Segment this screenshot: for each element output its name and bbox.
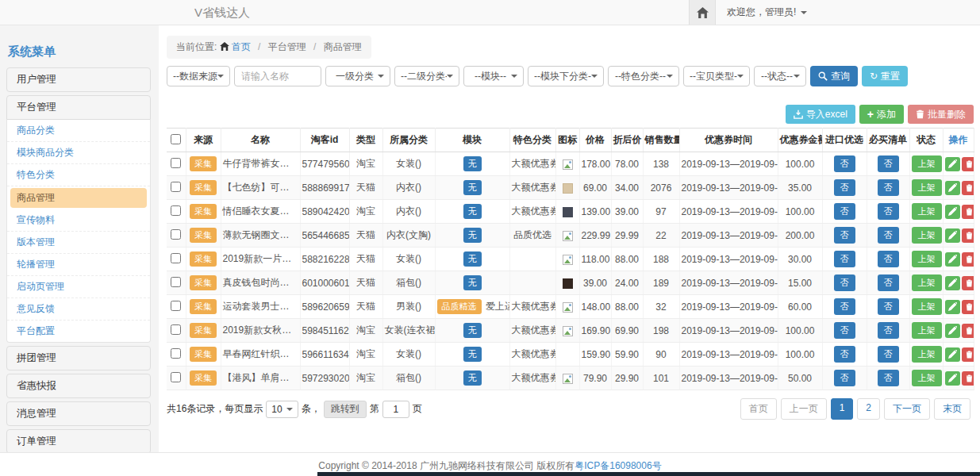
status-button[interactable]: 上架 (912, 298, 942, 315)
import-select-toggle[interactable]: 否 (834, 346, 855, 363)
edit-button[interactable] (945, 157, 960, 171)
edit-button[interactable] (945, 252, 960, 267)
sidebar-item-version-management[interactable]: 版本管理 (7, 232, 150, 254)
breadcrumb-home-link[interactable]: 首页 (232, 41, 251, 52)
must-buy-toggle[interactable]: 否 (878, 155, 899, 172)
edit-button[interactable] (945, 228, 960, 243)
delete-button[interactable] (962, 252, 974, 267)
must-buy-toggle[interactable]: 否 (878, 179, 899, 196)
edit-button[interactable] (945, 347, 960, 362)
sidebar-item-goods-category[interactable]: 商品分类 (7, 120, 150, 142)
row-checkbox[interactable] (171, 182, 181, 192)
feature-category-select[interactable]: --特色分类-- (608, 66, 679, 86)
sidebar-item-module-goods-category[interactable]: 模块商品分类 (7, 142, 150, 164)
must-buy-toggle[interactable]: 否 (878, 274, 899, 291)
sidebar-item-goods-management[interactable]: 商品管理 (10, 188, 147, 208)
edit-button[interactable] (945, 276, 960, 290)
sidebar-group-order[interactable]: 订单管理 (6, 429, 151, 454)
delete-button[interactable] (962, 300, 974, 314)
reset-button[interactable]: ↻ 重置 (862, 66, 908, 86)
page-size-select[interactable]: 10 (266, 401, 298, 418)
must-buy-toggle[interactable]: 否 (878, 203, 899, 220)
jump-page-input[interactable] (382, 401, 409, 418)
import-select-toggle[interactable]: 否 (834, 155, 855, 172)
module-badge[interactable]: 品质精选 (437, 299, 482, 314)
status-button[interactable]: 上架 (912, 322, 942, 339)
module-subcategory-select[interactable]: --模块下分类-- (528, 66, 604, 86)
module-badge[interactable]: 无 (463, 370, 482, 386)
delete-button[interactable] (962, 276, 974, 290)
row-checkbox[interactable] (171, 277, 181, 287)
row-checkbox[interactable] (171, 372, 181, 382)
search-button[interactable]: 查询 (810, 66, 858, 86)
status-button[interactable]: 上架 (912, 274, 942, 291)
name-input[interactable] (234, 66, 321, 86)
category2-select[interactable]: --二级分类-- (394, 66, 459, 86)
edit-button[interactable] (945, 371, 960, 386)
sidebar-group-group-buy[interactable]: 拼团管理 (6, 346, 151, 370)
user-menu[interactable]: 欢迎您，管理员! (716, 0, 818, 25)
status-button[interactable]: 上架 (912, 370, 942, 386)
status-button[interactable]: 上架 (912, 155, 942, 172)
module-badge[interactable]: 无 (463, 228, 482, 243)
batch-delete-button[interactable]: 批量删除 (908, 105, 974, 124)
module-badge[interactable]: 无 (463, 323, 482, 338)
status-select[interactable]: --状态-- (754, 66, 806, 86)
module-badge[interactable]: 无 (463, 275, 482, 290)
add-button[interactable]: + 添加 (859, 105, 904, 124)
edit-button[interactable] (945, 324, 960, 338)
sidebar-group-message[interactable]: 消息管理 (6, 401, 151, 426)
import-excel-button[interactable]: 导入excel (786, 105, 855, 124)
row-checkbox[interactable] (171, 301, 181, 311)
row-checkbox[interactable] (171, 348, 181, 359)
import-select-toggle[interactable]: 否 (834, 298, 855, 315)
jump-button[interactable]: 跳转到 (324, 401, 367, 418)
row-checkbox[interactable] (171, 205, 181, 216)
delete-button[interactable] (962, 205, 974, 219)
sidebar-item-feedback[interactable]: 意见反馈 (7, 298, 150, 321)
must-buy-toggle[interactable]: 否 (878, 346, 899, 363)
import-select-toggle[interactable]: 否 (834, 251, 855, 267)
import-select-toggle[interactable]: 否 (834, 370, 855, 386)
import-select-toggle[interactable]: 否 (834, 227, 855, 244)
pager-next[interactable]: 下一页 (884, 398, 930, 420)
must-buy-toggle[interactable]: 否 (878, 370, 899, 386)
pager-prev[interactable]: 上一页 (781, 398, 827, 420)
edit-button[interactable] (945, 300, 960, 314)
pager-page-2[interactable]: 2 (857, 398, 880, 420)
module-badge[interactable]: 无 (463, 204, 482, 219)
select-all-checkbox[interactable] (171, 134, 181, 144)
row-checkbox[interactable] (171, 253, 181, 263)
must-buy-toggle[interactable]: 否 (878, 251, 899, 267)
delete-button[interactable] (962, 324, 974, 338)
status-button[interactable]: 上架 (912, 179, 942, 196)
module-badge[interactable]: 无 (463, 251, 482, 267)
module-select[interactable]: --模块-- (463, 66, 524, 86)
row-checkbox[interactable] (171, 324, 181, 335)
must-buy-toggle[interactable]: 否 (878, 322, 899, 339)
sidebar-group-platform-management[interactable]: 平台管理 (6, 95, 151, 120)
import-select-toggle[interactable]: 否 (834, 203, 855, 220)
sidebar-item-splash-management[interactable]: 启动页管理 (7, 276, 150, 298)
status-button[interactable]: 上架 (912, 251, 942, 267)
sidebar-group-user-management[interactable]: 用户管理 (6, 67, 151, 92)
delete-button[interactable] (962, 347, 974, 362)
delete-button[interactable] (962, 157, 974, 171)
pager-page-1[interactable]: 1 (831, 398, 854, 420)
category1-select[interactable]: 一级分类 (325, 66, 390, 86)
pager-first[interactable]: 首页 (740, 398, 777, 420)
module-badge[interactable]: 无 (463, 180, 482, 195)
must-buy-toggle[interactable]: 否 (878, 227, 899, 244)
status-button[interactable]: 上架 (912, 346, 942, 363)
item-type-select[interactable]: --宝贝类型-- (683, 66, 750, 86)
sidebar-item-feature-category[interactable]: 特色分类 (7, 164, 150, 186)
icp-link[interactable]: 粤ICP备16098006号 (575, 460, 661, 471)
delete-button[interactable] (962, 181, 974, 195)
edit-button[interactable] (945, 181, 960, 195)
import-select-toggle[interactable]: 否 (834, 322, 855, 339)
pager-last[interactable]: 末页 (934, 398, 970, 420)
delete-button[interactable] (962, 228, 974, 243)
row-checkbox[interactable] (171, 229, 181, 240)
sidebar-group-express-news[interactable]: 省惠快报 (6, 374, 151, 398)
sidebar-item-platform-config[interactable]: 平台配置 (7, 321, 150, 342)
